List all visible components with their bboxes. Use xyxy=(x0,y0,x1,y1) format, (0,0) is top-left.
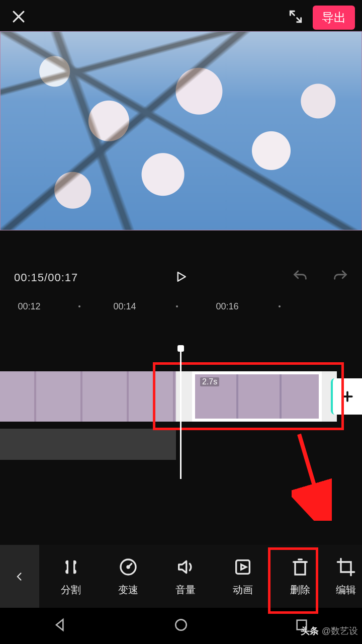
svg-point-19 xyxy=(175,619,186,630)
tool-label: 编辑 xyxy=(336,583,356,597)
annotation-clip-highlight xyxy=(153,362,344,430)
tool-edit[interactable]: 编辑 xyxy=(330,556,362,597)
tool-delete[interactable]: 删除 xyxy=(273,556,328,597)
undo-redo-group xyxy=(292,268,349,287)
clip-1[interactable] xyxy=(0,371,176,422)
ruler-dot xyxy=(78,305,80,307)
tool-split[interactable]: 分割 xyxy=(43,556,99,597)
undo-icon[interactable] xyxy=(292,268,309,287)
tool-label: 变速 xyxy=(118,583,138,597)
video-preview[interactable] xyxy=(0,31,362,230)
ruler-tick: 00:16 xyxy=(216,301,238,312)
tool-label: 音量 xyxy=(175,583,196,597)
ruler-tick: 00:14 xyxy=(113,301,136,312)
audio-track[interactable] xyxy=(0,429,176,460)
tool-label: 动画 xyxy=(233,583,253,597)
tool-animation[interactable]: 动画 xyxy=(215,556,270,597)
tool-speed[interactable]: 变速 xyxy=(101,556,156,597)
system-navbar: 头条@数艺设 xyxy=(0,608,362,644)
redo-icon[interactable] xyxy=(332,268,349,287)
ruler-dot xyxy=(176,305,178,307)
timeline-ruler[interactable]: 00:12 00:14 00:16 xyxy=(0,299,362,314)
app-root: 导出 00:15/00:17 00:12 00:14 00:16 xyxy=(0,0,362,644)
watermark: 头条@数艺设 xyxy=(301,625,358,637)
close-icon[interactable] xyxy=(10,8,27,27)
playback-row: 00:15/00:17 xyxy=(0,268,362,288)
svg-marker-14 xyxy=(241,565,246,570)
header-bar: 导出 xyxy=(0,0,362,35)
ruler-tick: 00:12 xyxy=(18,301,40,312)
play-button[interactable] xyxy=(173,269,189,286)
tool-label: 删除 xyxy=(290,583,310,597)
svg-line-8 xyxy=(299,434,322,511)
edit-toolbar: 分割 变速 音量 xyxy=(0,545,362,608)
fullscreen-icon[interactable] xyxy=(288,9,304,27)
speed-icon xyxy=(118,556,138,578)
nav-back-icon[interactable] xyxy=(52,617,68,635)
tool-label: 分割 xyxy=(61,583,81,597)
animation-icon xyxy=(233,556,253,578)
nav-home-icon[interactable] xyxy=(173,617,189,635)
svg-marker-12 xyxy=(179,561,187,573)
time-display: 00:15/00:17 xyxy=(14,271,78,284)
crop-icon xyxy=(336,556,356,578)
svg-point-11 xyxy=(127,566,129,568)
volume-icon xyxy=(175,556,196,578)
svg-marker-4 xyxy=(178,272,186,281)
header-right: 导出 xyxy=(288,6,355,30)
split-icon xyxy=(61,556,81,578)
playhead[interactable] xyxy=(180,348,182,479)
svg-rect-15 xyxy=(295,562,305,575)
export-button[interactable]: 导出 xyxy=(313,6,355,30)
delete-icon xyxy=(290,556,310,578)
svg-marker-18 xyxy=(56,619,63,630)
ruler-dot xyxy=(279,305,281,307)
toolbar-back-button[interactable] xyxy=(0,545,39,608)
tool-volume[interactable]: 音量 xyxy=(158,556,213,597)
annotation-arrow-icon xyxy=(292,430,332,521)
